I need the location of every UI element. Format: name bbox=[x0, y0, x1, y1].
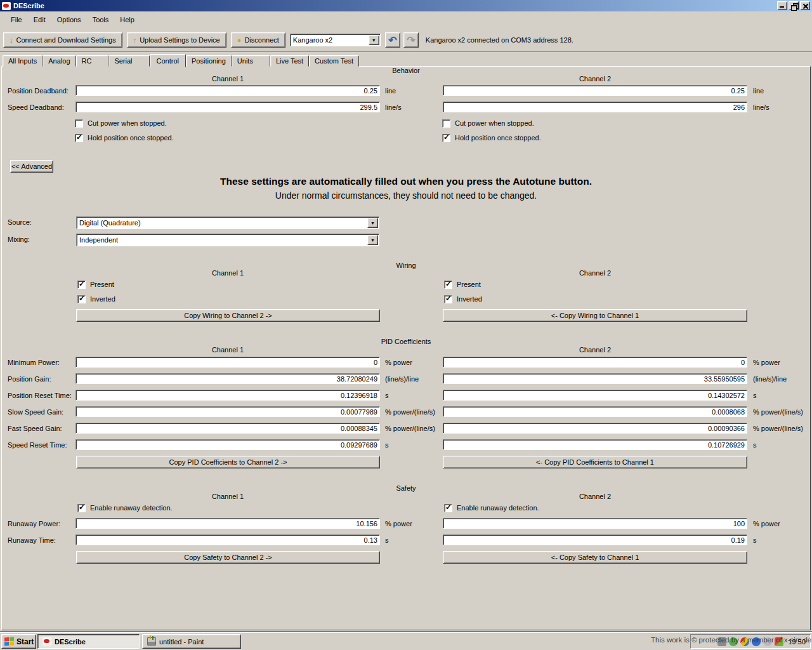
disconnect-button[interactable]: ● Disconnect bbox=[231, 32, 285, 48]
speed-reset-time-ch2-input[interactable] bbox=[443, 439, 747, 450]
position-deadband-label: Position Deadband: bbox=[8, 87, 69, 95]
copy-wiring-to-ch1-button[interactable]: <- Copy Wiring to Channel 1 bbox=[443, 309, 747, 322]
inverted-ch1-label: Inverted bbox=[90, 295, 115, 303]
cut-power-ch1-checkbox[interactable] bbox=[75, 119, 83, 128]
position-reset-time-ch1-unit: s bbox=[385, 392, 389, 399]
connect-and-download-button[interactable]: ↓ Connect and Download Settings bbox=[3, 32, 122, 48]
position-deadband-ch1-unit: line bbox=[385, 87, 396, 95]
slow-speed-gain-ch2-input[interactable] bbox=[443, 406, 747, 417]
hold-position-ch1-checkbox[interactable] bbox=[75, 134, 83, 142]
menu-file[interactable]: File bbox=[5, 14, 28, 25]
position-reset-time-ch2-input[interactable] bbox=[443, 390, 747, 401]
tab-rc[interactable]: RC bbox=[76, 55, 109, 67]
runaway-time-ch1-input[interactable] bbox=[75, 534, 380, 545]
menu-edit[interactable]: Edit bbox=[28, 14, 51, 25]
position-deadband-ch1-input[interactable] bbox=[75, 85, 380, 96]
speed-deadband-ch2-input[interactable] bbox=[443, 102, 747, 112]
present-ch1-checkbox[interactable] bbox=[77, 281, 86, 289]
runaway-power-ch1-input[interactable] bbox=[75, 518, 380, 529]
undo-icon: ↶ bbox=[388, 34, 396, 46]
slow-speed-gain-ch1-input[interactable] bbox=[75, 406, 380, 417]
menu-tools[interactable]: Tools bbox=[87, 14, 115, 25]
wiring-channel2-header: Channel 2 bbox=[443, 269, 747, 277]
chevron-down-icon[interactable]: ▼ bbox=[367, 218, 378, 228]
start-button[interactable]: Start bbox=[1, 634, 36, 649]
minimum-power-ch1-input[interactable] bbox=[75, 357, 380, 368]
tab-live-test[interactable]: Live Test bbox=[270, 55, 309, 67]
position-reset-time-ch1-input[interactable] bbox=[75, 390, 380, 401]
app-icon bbox=[2, 2, 11, 10]
hold-position-ch2-label: Hold position once stopped. bbox=[455, 134, 541, 142]
chevron-down-icon[interactable]: ▼ bbox=[367, 235, 378, 245]
behavior-channel2-header: Channel 2 bbox=[443, 75, 747, 83]
position-reset-time-label: Position Reset Time: bbox=[8, 392, 72, 399]
speed-reset-time-ch1-input[interactable] bbox=[75, 439, 380, 450]
windows-logo-icon bbox=[4, 637, 14, 646]
tab-custom-test[interactable]: Custom Test bbox=[309, 55, 359, 67]
wiring-group-label: Wiring bbox=[0, 262, 812, 269]
pid-group-label: PID Coefficients bbox=[0, 338, 812, 345]
close-icon[interactable] bbox=[800, 1, 810, 10]
safety-group-label: Safety bbox=[0, 484, 812, 492]
copy-safety-to-ch1-button[interactable]: <- Copy Safety to Channel 1 bbox=[443, 551, 747, 564]
taskbar-item-paint[interactable]: untitled - Paint bbox=[142, 634, 241, 649]
tab-control[interactable]: Control bbox=[150, 54, 186, 67]
present-ch2-checkbox[interactable] bbox=[444, 281, 452, 289]
advanced-button[interactable]: << Advanced bbox=[10, 160, 53, 173]
minimize-icon[interactable] bbox=[777, 1, 787, 10]
hold-position-ch2-checkbox[interactable] bbox=[442, 134, 450, 142]
copy-safety-to-ch2-button[interactable]: Copy Safety to Channel 2 -> bbox=[76, 551, 380, 564]
slow-speed-gain-label: Slow Speed Gain: bbox=[8, 408, 63, 416]
enable-runaway-ch1-checkbox[interactable] bbox=[77, 504, 86, 512]
runaway-power-ch2-input[interactable] bbox=[443, 518, 747, 529]
copy-wiring-to-ch2-button[interactable]: Copy Wiring to Channel 2 -> bbox=[76, 309, 380, 322]
runaway-time-ch2-unit: s bbox=[753, 536, 757, 544]
position-deadband-ch2-input[interactable] bbox=[443, 85, 747, 96]
slow-speed-gain-ch1-unit: % power/(line/s) bbox=[385, 408, 435, 416]
cut-power-ch2-checkbox[interactable] bbox=[442, 119, 450, 128]
enable-runaway-ch2-checkbox[interactable] bbox=[444, 504, 452, 512]
runaway-time-ch2-input[interactable] bbox=[443, 534, 747, 545]
fast-speed-gain-label: Fast Speed Gain: bbox=[8, 425, 62, 432]
menu-help[interactable]: Help bbox=[114, 14, 140, 25]
restore-icon[interactable] bbox=[789, 1, 799, 10]
chevron-down-icon[interactable]: ▼ bbox=[369, 35, 379, 45]
source-select[interactable]: Digital (Quadrature) ▼ bbox=[76, 216, 379, 229]
copy-pid-to-ch2-button[interactable]: Copy PID Coefficients to Channel 2 -> bbox=[76, 456, 380, 468]
menu-bar: File Edit Options Tools Help bbox=[0, 11, 812, 28]
menu-options[interactable]: Options bbox=[51, 14, 87, 25]
fast-speed-gain-ch1-input[interactable] bbox=[75, 423, 380, 434]
present-ch2-label: Present bbox=[457, 281, 481, 288]
speed-reset-time-ch2-unit: s bbox=[753, 441, 757, 449]
runaway-time-label: Runaway Time: bbox=[8, 536, 56, 544]
inverted-ch2-checkbox[interactable] bbox=[444, 295, 452, 303]
connect-icon: ↓ bbox=[10, 37, 13, 44]
copy-pid-to-ch1-button[interactable]: <- Copy PID Coefficients to Channel 1 bbox=[443, 456, 747, 468]
tab-positioning[interactable]: Positioning bbox=[186, 55, 232, 67]
tab-all-inputs[interactable]: All Inputs bbox=[3, 55, 43, 67]
position-gain-ch1-input[interactable] bbox=[75, 373, 380, 384]
tab-units[interactable]: Units bbox=[232, 55, 270, 67]
window-title: DEScribe bbox=[13, 2, 44, 10]
upload-settings-button[interactable]: ↑ Upload Settings to Device bbox=[127, 32, 226, 48]
disconnect-button-label: Disconnect bbox=[244, 36, 278, 44]
autotune-note-line1: These settings are automatically filled … bbox=[0, 176, 812, 187]
upload-icon: ↑ bbox=[133, 37, 137, 44]
taskbar-item-describe[interactable]: DEScribe bbox=[37, 634, 140, 649]
connect-button-label: Connect and Download Settings bbox=[16, 36, 116, 44]
start-button-label: Start bbox=[16, 637, 34, 646]
speed-deadband-ch1-input[interactable] bbox=[75, 102, 380, 112]
redo-button[interactable]: ↷ bbox=[403, 32, 419, 48]
mixing-select[interactable]: Independent ▼ bbox=[76, 234, 379, 246]
device-select[interactable]: Kangaroo x2 ▼ bbox=[290, 34, 381, 46]
minimum-power-ch2-input[interactable] bbox=[443, 357, 747, 368]
tab-serial[interactable]: Serial bbox=[108, 55, 149, 67]
undo-button[interactable]: ↶ bbox=[385, 32, 400, 48]
inverted-ch1-checkbox[interactable] bbox=[77, 295, 86, 303]
position-deadband-ch2-unit: line bbox=[753, 87, 764, 95]
fast-speed-gain-ch2-input[interactable] bbox=[443, 423, 747, 434]
position-gain-ch2-input[interactable] bbox=[443, 373, 747, 384]
tab-analog[interactable]: Analog bbox=[43, 55, 75, 67]
tab-strip: All Inputs Analog RC Serial Control Posi… bbox=[3, 53, 359, 67]
position-reset-time-ch2-unit: s bbox=[753, 392, 757, 399]
